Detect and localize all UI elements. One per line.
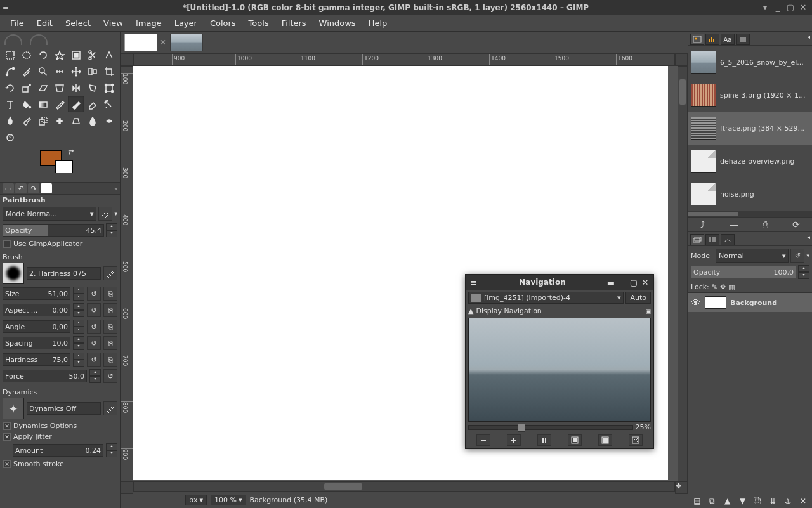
blur-tool[interactable] xyxy=(84,113,100,129)
dynamics-select[interactable]: Dynamics Off xyxy=(27,402,101,415)
raise-layer-icon[interactable]: ▲ xyxy=(722,497,733,505)
image-list-item[interactable]: noise.png xyxy=(688,178,812,211)
image-list-item[interactable]: dehaze-overview.png xyxy=(688,145,812,178)
nav-tab-menu-icon[interactable]: ▣ xyxy=(645,308,651,315)
vertical-scrollbar[interactable] xyxy=(678,66,688,481)
spacing-field[interactable]: Spacing10,0 xyxy=(3,337,70,349)
menu-windows[interactable]: Windows xyxy=(313,16,362,30)
menu-image[interactable]: Image xyxy=(129,16,168,30)
move-tool[interactable] xyxy=(68,63,84,79)
maximize-button[interactable]: ▢ xyxy=(784,3,797,12)
ellipse-select-tool[interactable] xyxy=(18,47,34,63)
hardness-link-icon[interactable]: ⎘ xyxy=(103,353,117,367)
close-button[interactable]: ✕ xyxy=(797,3,809,12)
minimize-button[interactable]: _ xyxy=(771,3,784,12)
new-display-icon[interactable]: ⎙ xyxy=(763,219,768,230)
eraser-tool[interactable] xyxy=(84,96,100,112)
heal-tool[interactable] xyxy=(51,113,67,129)
layer-visibility-icon[interactable]: 👁 xyxy=(691,297,701,309)
brush-preview[interactable] xyxy=(3,263,24,284)
zoom-in-button[interactable] xyxy=(507,434,521,446)
by-color-select-tool[interactable] xyxy=(68,47,84,63)
angle-reset-icon[interactable]: ↺ xyxy=(87,320,101,334)
zoom-select[interactable]: 100 %▾ xyxy=(211,495,246,505)
layer-item-background[interactable]: 👁 Background xyxy=(688,293,812,312)
paths-tab[interactable] xyxy=(721,234,735,245)
force-field[interactable]: Force50,0 xyxy=(3,370,87,382)
spacing-link-icon[interactable]: ⎘ xyxy=(103,336,117,350)
rotate-tool[interactable] xyxy=(2,80,18,96)
horizontal-scrollbar[interactable] xyxy=(133,481,675,492)
use-applicator-checkbox[interactable] xyxy=(3,240,11,248)
image-list-item[interactable]: spine-3.png (1920 × 1... xyxy=(688,79,812,112)
jitter-amount-field[interactable]: Amount0,24 xyxy=(13,444,103,457)
layer-mode-reset-icon[interactable]: ↺ xyxy=(790,249,804,263)
swap-colors-icon[interactable]: ⇄ xyxy=(68,148,74,156)
dynamics-preview[interactable]: ✦ xyxy=(3,398,24,419)
unit-select[interactable]: px▾ xyxy=(185,495,207,505)
merge-down-icon[interactable]: ⇊ xyxy=(767,497,778,505)
aspect-field[interactable]: Aspect ...0,00 xyxy=(3,304,70,316)
cage-tool[interactable] xyxy=(84,80,100,96)
hardness-field[interactable]: Hardness75,0 xyxy=(3,353,70,366)
up-arrow-icon[interactable]: ▲ xyxy=(468,307,473,315)
menu-colors[interactable]: Colors xyxy=(204,16,242,30)
menu-filters[interactable]: Filters xyxy=(275,16,313,30)
zoom-out-button[interactable] xyxy=(476,434,490,446)
app-menu-icon[interactable]: ≡ xyxy=(3,3,13,11)
hardness-reset-icon[interactable]: ↺ xyxy=(87,353,101,367)
dialog-menu-icon[interactable]: ≡ xyxy=(468,278,480,287)
lock-alpha-icon[interactable]: ▦ xyxy=(728,283,735,291)
scale-tool[interactable] xyxy=(18,80,34,96)
apply-jitter-expand[interactable]: ✕ xyxy=(3,433,11,441)
delete-layer-icon[interactable]: ✕ xyxy=(797,497,809,505)
dialog-shade-icon[interactable]: ▬ xyxy=(605,278,617,287)
new-group-icon[interactable]: ⧉ xyxy=(707,497,718,505)
navigation-zoom-slider[interactable] xyxy=(468,425,633,430)
aspect-reset-icon[interactable]: ↺ xyxy=(87,303,101,317)
refresh-icon[interactable]: ⟳ xyxy=(792,219,800,230)
unified-transform-tool[interactable] xyxy=(101,80,117,96)
image-list-item[interactable]: ftrace.png (384 × 529... xyxy=(688,112,812,145)
crop-tool[interactable] xyxy=(101,63,117,79)
dialog-close-icon[interactable]: ✕ xyxy=(639,278,651,287)
spacing-reset-icon[interactable]: ↺ xyxy=(87,336,101,350)
align-tool[interactable] xyxy=(84,63,100,79)
layer-thumbnail[interactable] xyxy=(705,296,726,309)
zoom-fit-button[interactable] xyxy=(568,434,582,446)
document-history-tab[interactable] xyxy=(736,34,750,45)
color-picker-tool[interactable] xyxy=(18,63,34,79)
perspective-tool[interactable] xyxy=(51,80,67,96)
anchor-layer-icon[interactable]: ⚓ xyxy=(782,497,794,505)
window-minimize-icon[interactable]: ▾ xyxy=(759,3,771,12)
airbrush-tool[interactable] xyxy=(101,96,117,112)
fuzzy-select-tool[interactable] xyxy=(51,47,67,63)
dodge-burn-tool[interactable] xyxy=(2,129,18,145)
redo-tab[interactable]: ↷ xyxy=(28,183,39,193)
free-select-tool[interactable] xyxy=(35,47,51,63)
ruler-origin[interactable] xyxy=(121,53,133,66)
clone-tool[interactable] xyxy=(35,113,51,129)
menu-file[interactable]: File xyxy=(4,16,30,30)
size-reset-icon[interactable]: ↺ xyxy=(87,287,101,301)
dock-menu-icon[interactable]: ◂ xyxy=(807,234,810,245)
menu-view[interactable]: View xyxy=(97,16,129,30)
blend-tool[interactable] xyxy=(35,96,51,112)
image-list-item[interactable]: 6_5_2016_snow_by_el... xyxy=(688,46,812,79)
quick-mask-icon[interactable] xyxy=(675,53,688,66)
image-tab-1[interactable] xyxy=(124,34,157,51)
navigation-image-select[interactable]: [img_4251] (imported)-4 ▾ xyxy=(468,292,624,304)
lock-position-icon[interactable]: ✥ xyxy=(720,283,726,291)
angle-link-icon[interactable]: ⎘ xyxy=(103,320,117,334)
shear-tool[interactable] xyxy=(35,80,51,96)
brush-select[interactable]: 2. Hardness 075 xyxy=(27,267,101,280)
smooth-stroke-expand[interactable]: ✕ xyxy=(3,460,11,468)
foreground-select-tool[interactable] xyxy=(101,47,117,63)
layer-mode-select[interactable]: Normal▾ xyxy=(716,249,789,263)
layer-opacity-slider[interactable]: Opacity 100,0 xyxy=(691,266,796,278)
duplicate-layer-icon[interactable]: ⿻ xyxy=(752,497,763,505)
dock-menu-icon[interactable]: ◂ xyxy=(114,185,117,192)
default-colors-icon[interactable] xyxy=(32,164,39,171)
force-reset-icon[interactable]: ↺ xyxy=(103,369,117,383)
navigation-auto-button[interactable]: Auto xyxy=(625,292,651,304)
